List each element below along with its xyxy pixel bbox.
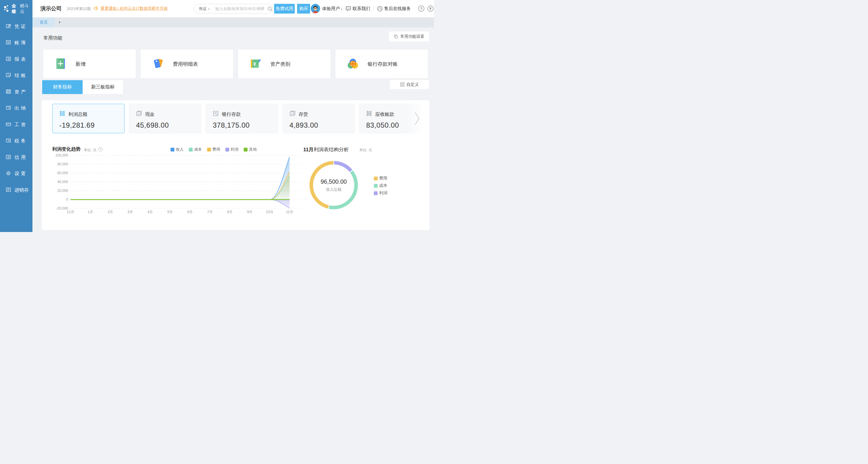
line-chart-title: 利润变化趋势 (52, 146, 81, 153)
search-category-dropdown[interactable]: 凭证▼ (199, 6, 210, 11)
buy-button[interactable]: 购买 (297, 4, 310, 13)
donut-legend: 费用 成本 利润 (374, 176, 388, 196)
metric-value: 4,893.00 (289, 121, 318, 129)
donut-legend-item-费用[interactable]: 费用 (374, 176, 388, 181)
legend-swatch (225, 148, 229, 152)
sidebar-item-label: 工资 (14, 122, 27, 128)
svg-text:3月: 3月 (127, 210, 133, 214)
after-sales-service-link[interactable]: 售后在线服务 (384, 6, 411, 11)
legend-swatch (374, 176, 378, 180)
sidebar-item-label: 设置 (14, 171, 27, 177)
cashier-icon (6, 105, 11, 112)
payroll-icon (6, 122, 11, 128)
contact-us-link[interactable]: 联系我们 (352, 6, 370, 11)
chat-bubble-icon (346, 6, 351, 11)
customize-button[interactable]: 自定义 (390, 80, 429, 89)
legend-item-收入[interactable]: 收入 (170, 147, 184, 152)
metric-value: 378,175.00 (213, 121, 250, 129)
metric-label: 银行存款 (222, 111, 241, 118)
quick-functions-settings-button[interactable]: 常用功能设置 (389, 32, 429, 41)
theme-skin-icon[interactable] (427, 5, 434, 12)
search-input[interactable] (215, 6, 267, 11)
sidebar-item-credit[interactable]: 信用 (0, 152, 32, 163)
sidebar-item-report[interactable]: 报表 (0, 53, 32, 65)
section-title-quick-functions: 常用功能 (43, 35, 62, 41)
svg-text:12月: 12月 (67, 210, 74, 214)
sidebar-item-cashier[interactable]: 出纳 (0, 103, 32, 114)
tab-home[interactable]: 首页 (32, 18, 55, 27)
legend-item-利润[interactable]: 利润 (225, 147, 238, 152)
app-logo[interactable]: 金蝶 精斗云 (0, 0, 32, 18)
metric-card-bank[interactable]: 银行存款 378,175.00 (206, 104, 278, 133)
svg-text:2月: 2月 (108, 210, 113, 214)
sidebar-item-closing[interactable]: 结账 (0, 70, 32, 82)
sidebar-item-payroll[interactable]: 工资 (0, 119, 32, 131)
sidebar-item-tax[interactable]: 税务 (0, 135, 32, 147)
tab-financial-indicators[interactable]: 财务指标 (42, 80, 83, 94)
important-notice-link[interactable]: 重要通知 | 杭州云会计数据库硬件升级 (101, 6, 167, 11)
legend-swatch (374, 184, 378, 188)
quick-card-label: 费用明细表 (173, 61, 198, 67)
metric-carousel-next-icon[interactable] (415, 112, 420, 126)
sidebar-item-label: 资产 (14, 89, 27, 95)
svg-text:80,000: 80,000 (57, 162, 68, 166)
donut-legend-item-利润[interactable]: 利润 (374, 191, 388, 196)
tab-neeq-indicators[interactable]: 新三板指标 (83, 80, 123, 94)
metric-value: 45,698.00 (136, 121, 169, 129)
free-trial-button[interactable]: 免费试用 (274, 4, 295, 13)
credit-icon (6, 154, 11, 161)
quick-card-asset-category[interactable]: ¥ 资产类别 (238, 49, 331, 78)
tab-list-dropdown[interactable]: ▼ (56, 18, 64, 27)
line-chart-legend: 收入 成本 费用 利润 其他 (170, 147, 257, 152)
quick-card-add[interactable]: 新增 (43, 49, 136, 78)
legend-label: 费用 (379, 176, 388, 181)
voucher-icon (6, 23, 11, 30)
inventory-icon (6, 187, 11, 194)
help-icon[interactable]: ? (418, 5, 425, 12)
sidebar: 金蝶 精斗云 凭证 账簿 报表 结账 资产 出纳 工资 税务 信用 设置 进销存 (0, 0, 32, 232)
donut-chart-unit-label: 单位: 元 (359, 148, 372, 153)
metric-value: 83,050.00 (366, 121, 399, 129)
legend-item-其他[interactable]: 其他 (244, 147, 257, 152)
report-icon (6, 56, 11, 63)
legend-item-费用[interactable]: 费用 (207, 147, 220, 152)
grid-icon (400, 82, 404, 87)
svg-text:0: 0 (66, 198, 68, 202)
profit-trend-chart: 100,00080,00060,00040,00020,0000-20,0001… (42, 152, 307, 220)
financial-indicators-panel: ¥ 利润总额 -19,281.69 现金 45,698.00 银行存款 378,… (42, 100, 430, 230)
user-menu[interactable]: 体验用户▾ (322, 6, 342, 11)
legend-swatch (374, 191, 378, 195)
svg-text:4月: 4月 (148, 210, 153, 214)
svg-text:60,000: 60,000 (57, 171, 68, 175)
quick-card-expense-tags[interactable]: 费用明细表 (141, 49, 233, 78)
svg-text:20,000: 20,000 (57, 189, 68, 193)
donut-chart-title: 11月利润表结构分析 (303, 146, 349, 153)
user-avatar[interactable] (311, 4, 320, 13)
accounting-period: 2021年第11期 (67, 6, 91, 11)
sidebar-item-asset[interactable]: 资产 (0, 86, 32, 98)
legend-item-成本[interactable]: 成本 (189, 147, 202, 152)
legend-label: 利润 (379, 191, 388, 196)
quick-card-bank-reconciliation[interactable]: 银行存款对账 (336, 49, 428, 78)
svg-text:10月: 10月 (266, 210, 273, 214)
sidebar-item-label: 账簿 (14, 40, 27, 46)
butterfly-logo-icon (3, 4, 11, 13)
legend-label: 利润 (231, 147, 238, 152)
sidebar-item-voucher[interactable]: 凭证 (0, 21, 32, 32)
sidebar-item-label: 信用 (14, 155, 27, 161)
legend-swatch (170, 148, 174, 152)
metric-card-profit[interactable]: ¥ 利润总额 -19,281.69 (52, 104, 125, 133)
quick-card-label: 银行存款对账 (368, 61, 398, 67)
search-icon[interactable] (267, 6, 273, 11)
main-content: 常用功能 常用功能设置 新增 费用明细表 ¥ 资产类别 银行存款对账 财务指标新… (32, 27, 434, 232)
chevron-down-icon: ▼ (208, 8, 210, 11)
sidebar-item-settings[interactable]: 设置 (0, 168, 32, 180)
asset-icon (6, 89, 11, 96)
metric-card-cash[interactable]: 现金 45,698.00 (129, 104, 201, 133)
donut-legend-item-成本[interactable]: 成本 (374, 183, 388, 188)
legend-label: 成本 (194, 147, 202, 152)
metric-card-stock[interactable]: 存货 4,893.00 (282, 104, 354, 133)
sidebar-item-inventory[interactable]: 进销存 (0, 184, 32, 196)
sidebar-item-ledger[interactable]: 账簿 (0, 37, 32, 49)
svg-text:6月: 6月 (187, 210, 193, 214)
